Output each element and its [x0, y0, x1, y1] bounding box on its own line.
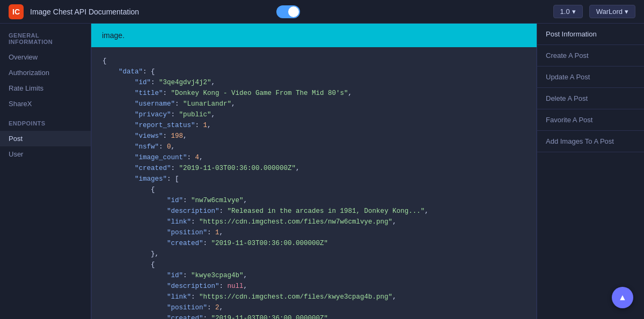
logo-icon: IC	[9, 4, 24, 19]
code-line: "description": null,	[103, 281, 525, 292]
code-line: "position": 2,	[103, 302, 525, 313]
main-layout: General Information Overview Authorizati…	[0, 24, 644, 319]
code-line: {	[103, 259, 525, 270]
right-panel-item-update-post[interactable]: Update A Post	[537, 66, 644, 88]
user-button[interactable]: WarLord ▾	[589, 5, 635, 18]
right-panel-item-favorite-post[interactable]: Favorite A Post	[537, 109, 644, 131]
code-line: "created": "2019-11-03T00:36:00.000000Z"…	[103, 163, 525, 174]
scroll-top-icon: ▲	[618, 293, 627, 302]
right-panel-item-create-post[interactable]: Create A Post	[537, 45, 644, 66]
main-content: image. { "data": { "id": "3qe4gdvj4j2", …	[91, 24, 537, 319]
version-label: 1.0	[560, 8, 570, 16]
code-line: "created": "2019-11-03T00:36:00.000000Z"	[103, 238, 525, 249]
general-section-label: General Information	[0, 32, 91, 49]
code-line: "link": "https://cdn.imgchest.com/files/…	[103, 217, 525, 227]
sidebar-item-sharex[interactable]: ShareX	[0, 96, 91, 112]
code-line: "position": 1,	[103, 227, 525, 238]
sidebar: General Information Overview Authorizati…	[0, 24, 91, 319]
right-panel: Post Information Create A Post Update A …	[537, 24, 644, 319]
navbar: IC Image Chest API Documentation 1.0 ▾ W…	[0, 0, 644, 24]
endpoints-section-label: Endpoints	[0, 120, 91, 131]
code-line: "id": "kwye3cpag4b",	[103, 270, 525, 281]
version-chevron-icon: ▾	[572, 8, 576, 16]
scroll-top-button[interactable]: ▲	[612, 287, 633, 308]
sidebar-item-post[interactable]: Post	[0, 131, 91, 146]
code-line: "link": "https://cdn.imgchest.com/files/…	[103, 292, 525, 302]
code-line: "views": 198,	[103, 131, 525, 142]
code-line: "images": [	[103, 174, 525, 184]
code-line: },	[103, 249, 525, 259]
version-button[interactable]: 1.0 ▾	[553, 5, 583, 18]
code-line: "data": {	[103, 66, 525, 77]
right-panel-item-delete-post[interactable]: Delete A Post	[537, 88, 644, 109]
theme-toggle[interactable]	[276, 5, 300, 18]
code-block: { "data": { "id": "3qe4gdvj4j2", "title"…	[91, 47, 537, 319]
code-line: "username": "LunarLandr",	[103, 99, 525, 109]
code-line: "image_count": 4,	[103, 152, 525, 163]
code-line: {	[103, 56, 525, 66]
code-line: "report_status": 1,	[103, 120, 525, 131]
code-line: "created": "2019-11-03T00:36:00.000000Z"	[103, 313, 525, 319]
right-panel-item-post-info[interactable]: Post Information	[537, 24, 644, 45]
sidebar-item-overview[interactable]: Overview	[0, 49, 91, 65]
user-chevron-icon: ▾	[625, 8, 628, 16]
code-line: "nsfw": 0,	[103, 142, 525, 152]
code-line: "title": "Donkey Kong - Video Game From …	[103, 88, 525, 99]
code-line: {	[103, 184, 525, 195]
sidebar-item-authorization[interactable]: Authorization	[0, 65, 91, 80]
code-line: "id": "nw7w6cmlvye",	[103, 195, 525, 206]
code-line: "id": "3qe4gdvj4j2",	[103, 77, 525, 88]
user-label: WarLord	[596, 8, 623, 16]
sidebar-item-user[interactable]: User	[0, 146, 91, 162]
navbar-title: Image Chest API Documentation	[30, 8, 270, 16]
code-line: "privacy": "public",	[103, 109, 525, 120]
code-line: "description": "Released in the arcades …	[103, 206, 525, 217]
sidebar-item-rate-limits[interactable]: Rate Limits	[0, 80, 91, 96]
right-panel-item-add-images[interactable]: Add Images To A Post	[537, 131, 644, 152]
endpoint-header: image.	[91, 24, 537, 47]
